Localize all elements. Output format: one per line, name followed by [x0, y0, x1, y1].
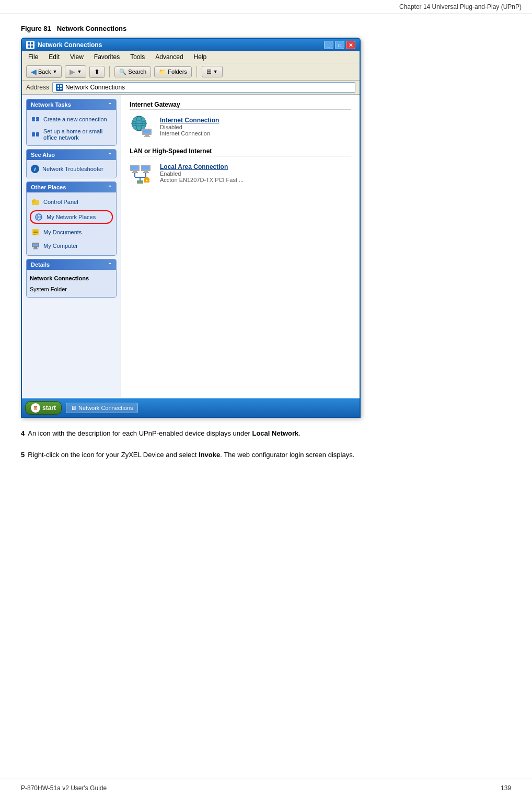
sidebar-section-see-also-header[interactable]: See Also ⌃ [27, 150, 116, 160]
folders-button[interactable]: 📁 Folders [154, 66, 192, 77]
close-button[interactable]: ✕ [346, 41, 355, 49]
sidebar-item-troubleshooter[interactable]: i Network Troubleshooter [30, 164, 113, 174]
svg-rect-45 [143, 172, 149, 173]
sidebar-item-create-connection[interactable]: Create a new connection [30, 114, 113, 124]
sidebar-item-home-network[interactable]: Set up a home or small office network [30, 128, 113, 141]
internet-connection-icon [130, 114, 155, 139]
figure-caption: Network Connections [57, 25, 127, 32]
svg-rect-1 [31, 42, 33, 44]
up-button[interactable]: ⬆ [89, 66, 105, 78]
forward-button[interactable]: ▶ ▼ [65, 65, 86, 78]
menu-favorites[interactable]: Favorites [92, 52, 122, 62]
internet-connection-name[interactable]: Internet Connection [160, 117, 219, 124]
svg-rect-23 [33, 231, 38, 232]
lan-connection-text: Local Area Connection Enabled Accton EN1… [160, 163, 244, 183]
svg-rect-9 [36, 117, 39, 121]
views-button[interactable]: ⊞ ▼ [202, 66, 223, 77]
sidebar-item-control-panel[interactable]: Control Panel [30, 197, 113, 207]
taskbar-window-icon: 🖥 [71, 405, 76, 411]
window-title: Network Connections [38, 41, 321, 49]
address-icon [56, 84, 63, 91]
sidebar-section-details-body: Network Connections System Folder [27, 270, 116, 297]
svg-rect-0 [28, 42, 30, 44]
see-also-chevron: ⌃ [108, 152, 112, 158]
info-icon: i [31, 165, 39, 173]
sidebar-section-details-header[interactable]: Details ⌃ [27, 259, 116, 270]
toolbar-separator-1 [109, 66, 110, 77]
start-button[interactable]: ⊞ start [25, 401, 62, 415]
folders-icon: 📁 [159, 69, 166, 75]
home-network-label: Set up a home or small office network [43, 128, 112, 141]
lan-connection-name[interactable]: Local Area Connection [160, 163, 244, 170]
chapter-title: Chapter 14 Universal Plug-and-Play (UPnP… [399, 3, 522, 10]
address-value[interactable]: Network Connections [52, 82, 355, 93]
other-places-title: Other Places [31, 184, 66, 190]
step-5-bold: Invoke [199, 451, 220, 459]
svg-rect-4 [57, 85, 59, 87]
svg-rect-29 [33, 248, 38, 249]
my-network-places-label: My Network Places [47, 214, 96, 220]
sidebar-section-other-places-header[interactable]: Other Places ⌃ [27, 182, 116, 192]
start-logo: ⊞ [31, 403, 40, 413]
sidebar-section-network-tasks-header[interactable]: Network Tasks ⌃ [27, 99, 116, 110]
back-dropdown-icon[interactable]: ▼ [52, 69, 57, 74]
svg-rect-50 [137, 180, 143, 184]
sidebar-item-my-computer[interactable]: My Computer [30, 241, 113, 251]
svg-rect-28 [34, 247, 37, 248]
svg-point-51 [138, 181, 140, 183]
troubleshooter-label: Network Troubleshooter [42, 166, 103, 172]
figure-number: Figure 81 [21, 25, 51, 32]
internet-connection-text: Internet Connection Disabled Internet Co… [160, 117, 219, 136]
page-footer: P-870HW-51a v2 User's Guide 139 [0, 779, 532, 797]
lan-connection-adapter: Accton EN1207D-TX PCI Fast ... [160, 177, 244, 183]
menu-edit[interactable]: Edit [47, 52, 62, 62]
menu-advanced[interactable]: Advanced [153, 52, 185, 62]
window-control-buttons: _ □ ✕ [324, 41, 355, 49]
details-name-text: Network Connections [30, 275, 89, 281]
sidebar-section-see-also-body: i Network Troubleshooter [27, 160, 116, 178]
home-network-icon [31, 130, 40, 139]
xp-body: Network Tasks ⌃ [22, 95, 360, 398]
search-button[interactable]: 🔍 Search [114, 66, 151, 77]
svg-rect-5 [60, 85, 62, 87]
back-button[interactable]: ◀ Back ▼ [26, 65, 62, 78]
forward-dropdown-icon[interactable]: ▼ [77, 69, 82, 74]
address-label: Address [26, 84, 49, 91]
svg-rect-39 [131, 166, 138, 169]
lan-title: LAN or High-Speed Internet [130, 147, 351, 156]
my-network-places-icon [34, 212, 43, 222]
maximize-button[interactable]: □ [335, 41, 344, 49]
xp-taskbar: ⊞ start 🖥 Network Connections [22, 398, 360, 417]
up-icon: ⬆ [94, 68, 100, 76]
menu-view[interactable]: View [68, 52, 86, 62]
start-label: start [42, 404, 56, 412]
sidebar-section-other-places: Other Places ⌃ Con [26, 181, 117, 256]
svg-point-11 [35, 119, 37, 120]
menu-file[interactable]: File [26, 52, 40, 62]
minimize-button[interactable]: _ [324, 41, 333, 49]
back-icon: ◀ [31, 67, 37, 76]
svg-rect-27 [33, 244, 38, 246]
menu-tools[interactable]: Tools [128, 52, 147, 62]
network-tasks-title: Network Tasks [31, 101, 71, 108]
details-type-text: System Folder [30, 286, 67, 292]
lan-connection-icon [130, 161, 155, 186]
lan-connection-status: Enabled [160, 170, 244, 177]
control-panel-icon [31, 197, 40, 207]
back-label: Back [38, 69, 51, 75]
taskbar-window-button[interactable]: 🖥 Network Connections [66, 403, 138, 413]
menu-help[interactable]: Help [192, 52, 209, 62]
sidebar-item-my-documents[interactable]: My Documents [30, 227, 113, 237]
sidebar-item-my-network-places[interactable]: My Network Places [30, 210, 113, 224]
svg-rect-40 [133, 171, 137, 172]
network-tasks-chevron: ⌃ [108, 102, 112, 108]
sidebar-section-see-also: See Also ⌃ i Network Troubleshooter [26, 149, 117, 178]
other-places-chevron: ⌃ [108, 185, 112, 190]
lan-connection-item: Local Area Connection Enabled Accton EN1… [130, 161, 351, 186]
body-text: 4 An icon with the description for each … [21, 428, 511, 466]
views-dropdown-icon[interactable]: ▼ [213, 69, 218, 74]
step-4-bold: Local Network [252, 429, 298, 437]
step-4-number: 4 [21, 428, 25, 439]
internet-connection-status: Disabled [160, 124, 219, 130]
svg-point-52 [141, 181, 142, 183]
